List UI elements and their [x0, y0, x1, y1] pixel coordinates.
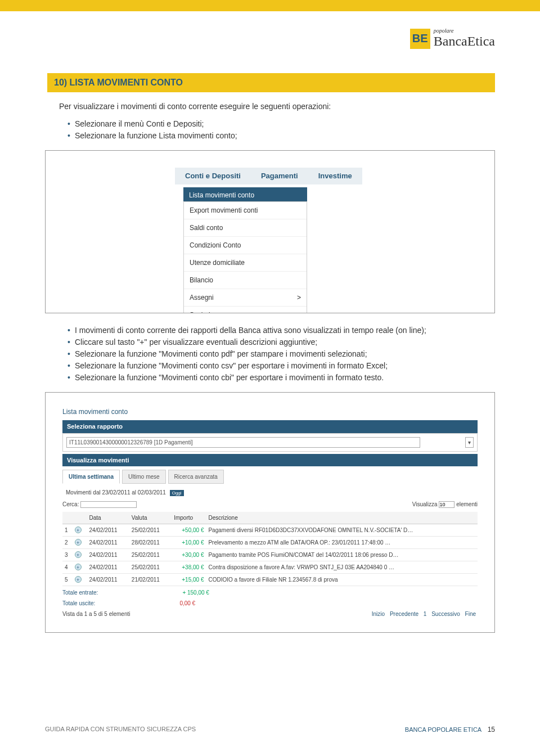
tab-investime[interactable]: Investime — [308, 168, 362, 184]
totale-uscite-label: Totale uscite: — [62, 600, 95, 606]
pager-fine[interactable]: Fine — [465, 611, 476, 617]
cell-data: 24/02/2011 — [87, 524, 129, 537]
cell-importo: +30,00 € — [172, 549, 206, 561]
logo: BE popolare BancaEtica — [410, 28, 495, 49]
cell-valuta: 25/02/2011 — [129, 524, 172, 537]
logo-text: popolare BancaEtica — [434, 28, 495, 49]
bullet: Selezionare la funzione "Movimenti conto… — [68, 372, 495, 384]
col-blank — [62, 512, 73, 524]
breadcrumb: Lista movimenti conto — [62, 407, 478, 417]
search-row: Cerca: Visualizza elementi — [62, 500, 478, 508]
visualizza-count-input[interactable] — [439, 501, 454, 508]
chevron-right-icon: > — [297, 292, 301, 303]
cell-data: 24/02/2011 — [87, 574, 129, 586]
rapporto-select[interactable]: IT11L0390014300000012326789 [1D Pagament… — [66, 437, 420, 448]
cell-descrizione: Pagamenti diversi RF01D6D3DC37XXVODAFONE… — [206, 524, 478, 537]
pager-inizio[interactable]: Inizio — [372, 611, 385, 617]
filter-ultimo-mese[interactable]: Ultimo mese — [122, 470, 166, 484]
visualizza-movimenti-header: Visualizza movimenti — [62, 454, 478, 467]
totale-uscite-value: 0,00 € — [179, 600, 195, 606]
section-heading: 10) LISTA MOVIMENTI CONTO — [45, 73, 495, 92]
pager-prec[interactable]: Precedente — [390, 611, 418, 617]
plus-icon: + — [75, 526, 82, 533]
instructions-a: Selezionare il menù Conti e Depositi; Se… — [68, 118, 495, 142]
cell-valuta: 28/02/2011 — [129, 537, 172, 549]
expand-button[interactable]: + — [73, 549, 87, 561]
cell-data: 24/02/2011 — [87, 537, 129, 549]
table-row: 1+24/02/201125/02/2011+50,00 €Pagamenti … — [62, 524, 478, 537]
menu-header[interactable]: Lista movimenti conto — [183, 187, 307, 203]
menu-item-condizioni[interactable]: Condizioni Conto — [184, 237, 307, 254]
menu-label: Condizioni Conto — [190, 240, 241, 250]
rapporto-dropdown-icon[interactable]: ▾ — [465, 437, 474, 448]
menu-list: Export movimenti conti Saldi conto Condi… — [183, 201, 307, 313]
oggi-badge[interactable]: Oggi — [170, 490, 184, 496]
footer-right: BANCA POPOLARE ETICA — [405, 726, 482, 733]
pager-succ[interactable]: Successivo — [431, 611, 460, 617]
expand-button[interactable]: + — [73, 524, 87, 537]
tab-conti[interactable]: Conti e Depositi — [175, 168, 251, 184]
range-text: Movimenti dal 23/02/2011 al 02/03/2011 — [66, 489, 166, 496]
col-descrizione[interactable]: Descrizione — [206, 512, 478, 524]
col-valuta[interactable]: Valuta — [129, 512, 172, 524]
movimenti-range: Movimenti dal 23/02/2011 al 02/03/2011 O… — [66, 488, 478, 497]
plus-icon: + — [75, 576, 82, 583]
tab-row: Conti e Depositi Pagamenti Investime — [175, 168, 362, 184]
movimenti-table: Data Valuta Importo Descrizione 1+24/02/… — [62, 512, 478, 586]
filter-ultima-settimana[interactable]: Ultima settimana — [62, 470, 120, 484]
bullet: Selezionare la funzione "Movimenti conto… — [68, 348, 495, 360]
menu-item-saldi[interactable]: Saldi conto — [184, 219, 307, 237]
pager-links: Inizio Precedente 1 Successivo Fine — [370, 610, 478, 618]
logo-line1: popolare — [434, 28, 495, 34]
bullet: Selezionare la funzione Lista movimenti … — [68, 130, 495, 142]
tab-pagamenti[interactable]: Pagamenti — [251, 168, 308, 184]
visualizza-label: Visualizza — [412, 501, 438, 507]
cerca-label: Cerca: — [62, 501, 79, 507]
cell-data: 24/02/2011 — [87, 549, 129, 561]
bullet: I movimenti di conto corrente dei rappor… — [68, 325, 495, 336]
table-header-row: Data Valuta Importo Descrizione — [62, 512, 478, 524]
row-num: 1 — [62, 524, 73, 537]
row-num: 3 — [62, 549, 73, 561]
pager-1[interactable]: 1 — [424, 611, 427, 617]
table-row: 3+24/02/201125/02/2011+30,00 €Pagamento … — [62, 549, 478, 561]
menu-item-utenze[interactable]: Utenze domiciliate — [184, 254, 307, 272]
totale-entrate-label: Totale entrate: — [62, 590, 98, 596]
content-area: Per visualizzare i movimenti di conto co… — [45, 101, 495, 633]
logo-line2: BancaEtica — [434, 34, 495, 48]
col-data[interactable]: Data — [87, 512, 129, 524]
pager-text: Vista da 1 a 5 di 5 elementi — [62, 610, 130, 618]
menu-item-export[interactable]: Export movimenti conti — [184, 202, 307, 219]
menu-label: Bilancio — [190, 275, 213, 285]
search-input[interactable] — [80, 501, 137, 508]
menu-label: Utenze domiciliate — [190, 258, 245, 268]
menu-item-scalari[interactable]: Scalari — [184, 307, 307, 313]
totals-out: Totale uscite: 0,00 € — [62, 599, 478, 608]
cell-valuta: 25/02/2011 — [129, 549, 172, 561]
screenshot-menu: Conti e Depositi Pagamenti Investime Lis… — [45, 150, 495, 313]
bullet: Selezionare il menù Conti e Depositi; — [68, 118, 495, 130]
cell-valuta: 25/02/2011 — [129, 561, 172, 574]
intro-text: Per visualizzare i movimenti di conto co… — [59, 101, 495, 112]
totale-entrate-value: + 150,00 € — [182, 590, 209, 596]
menu-label: Scalari — [190, 310, 210, 313]
table-row: 4+24/02/201125/02/2011+38,00 €Contra dis… — [62, 561, 478, 574]
bullet: Selezionare la funzione "Movimenti conto… — [68, 360, 495, 372]
menu-label: Assegni — [190, 292, 214, 303]
filter-ricerca-avanzata[interactable]: Ricerca avanzata — [168, 470, 224, 484]
screenshot-lista: Lista movimenti conto Seleziona rapporto… — [45, 392, 495, 633]
expand-button[interactable]: + — [73, 574, 87, 586]
cell-descrizione: CODIOIO a favore di Filiale NR 1.234567.… — [206, 574, 478, 586]
row-num: 4 — [62, 561, 73, 574]
menu-item-bilancio[interactable]: Bilancio — [184, 272, 307, 289]
table-row: 5+24/02/201121/02/2011+15,00 €CODIOIO a … — [62, 574, 478, 586]
col-importo[interactable]: Importo — [172, 512, 206, 524]
expand-button[interactable]: + — [73, 561, 87, 574]
bullet: Cliccare sul tasto "+" per visualizzare … — [68, 336, 495, 348]
logo-mark: BE — [410, 29, 430, 49]
footer-left: GUIDA RAPIDA CON STRUMENTO SICUREZZA CPS — [45, 726, 196, 734]
cell-data: 24/02/2011 — [87, 561, 129, 574]
expand-button[interactable]: + — [73, 537, 87, 549]
plus-icon: + — [75, 539, 82, 546]
menu-item-assegni[interactable]: Assegni> — [184, 289, 307, 307]
